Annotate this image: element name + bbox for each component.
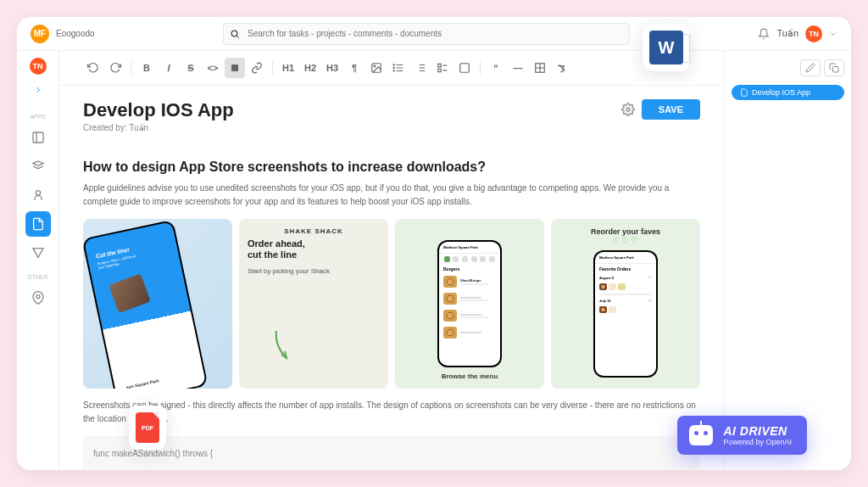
app-window: MF Eoogoodo Tuấn TN TN APPS OTHER: [17, 17, 851, 470]
italic-button[interactable]: I: [159, 58, 179, 78]
shot-brand: SHAKE SHACK: [284, 227, 343, 235]
section-heading: How to design App Store screenshots to i…: [83, 160, 700, 175]
nav-item-reports[interactable]: [25, 240, 51, 266]
word-badge: W: [643, 24, 690, 71]
image-button[interactable]: [366, 58, 387, 78]
search-wrap: [223, 23, 630, 45]
divider-button[interactable]: —: [508, 58, 528, 78]
brand-logo: Eoogoodo: [56, 29, 95, 38]
shot-headline: Order ahead,cut the line: [248, 238, 305, 260]
svg-point-5: [36, 295, 40, 299]
right-panel: Develop IOS App: [724, 51, 851, 470]
code-button[interactable]: <>: [203, 58, 223, 78]
search-input[interactable]: [223, 23, 630, 45]
svg-line-1: [237, 36, 239, 37]
paragraph: Screenshots can be signed - this directl…: [83, 399, 700, 426]
search-icon: [230, 29, 240, 39]
svg-rect-18: [438, 64, 442, 67]
svg-point-26: [626, 108, 630, 111]
ai-subtitle: Powered by OpenAI: [723, 438, 792, 446]
editor-toolbar: B I S <> H1 H2 H3 ¶ “ —: [59, 51, 724, 86]
nav-item-documents[interactable]: [25, 211, 51, 237]
pdf-badge: PDF: [129, 406, 166, 450]
checklist-button[interactable]: [432, 58, 453, 78]
nav-section-apps: APPS: [30, 114, 46, 120]
svg-rect-6: [231, 64, 238, 71]
shot-top-text: Reorder your faves: [591, 227, 660, 236]
left-sidebar: TN APPS OTHER: [17, 51, 59, 470]
redo-button[interactable]: [105, 58, 125, 78]
clear-format-button[interactable]: [552, 58, 572, 78]
user-name: Tuấn: [776, 28, 798, 39]
strikethrough-button[interactable]: S: [181, 58, 201, 78]
app-screenshot-4: Reorder your faves ♡♡♡ Madison Square Pa…: [551, 219, 700, 389]
pdf-icon: PDF: [136, 412, 159, 443]
nav-item-location[interactable]: [25, 285, 51, 311]
ordered-list-button[interactable]: [410, 58, 431, 78]
arrow-icon: [273, 329, 293, 363]
highlight-button[interactable]: [225, 58, 245, 78]
svg-point-14: [393, 70, 394, 71]
bold-button[interactable]: B: [136, 58, 157, 78]
word-icon: W: [649, 31, 683, 64]
document-header: Develop IOS App Created by: Tuấn SAVE: [59, 86, 724, 139]
ai-title: AI DRIVEN: [723, 424, 792, 438]
topbar: MF Eoogoodo Tuấn TN: [17, 17, 851, 51]
h1-button[interactable]: H1: [278, 58, 298, 78]
document-pill[interactable]: Develop IOS App: [732, 85, 844, 100]
document-title[interactable]: Develop IOS App: [83, 99, 234, 121]
nav-item-tasks[interactable]: [25, 125, 51, 150]
user-avatar[interactable]: TN: [805, 25, 822, 42]
code-block[interactable]: func makeASandwich() throws { andwich(): [83, 436, 700, 470]
hearts-icon: ♡♡♡: [612, 236, 640, 245]
table-button[interactable]: [530, 58, 550, 78]
svg-point-4: [36, 191, 40, 195]
nav-item-crm[interactable]: [25, 182, 51, 208]
h2-button[interactable]: H2: [300, 58, 320, 78]
sidebar-user-avatar[interactable]: TN: [30, 58, 47, 75]
svg-point-8: [374, 65, 376, 67]
svg-point-12: [393, 64, 394, 65]
document-meta: Created by: Tuấn: [83, 123, 234, 132]
h3-button[interactable]: H3: [322, 58, 342, 78]
quote-button[interactable]: “: [486, 58, 506, 78]
undo-button[interactable]: [83, 58, 103, 78]
document-pill-label: Develop IOS App: [752, 88, 810, 97]
app-screenshot-1: Cut the line! Burgers, fries — dishes at…: [83, 219, 232, 389]
paragraph-button[interactable]: ¶: [344, 58, 364, 78]
svg-rect-27: [833, 67, 839, 73]
workspace-avatar[interactable]: MF: [31, 25, 49, 43]
screenshot-gallery: Cut the line! Burgers, fries — dishes at…: [83, 219, 700, 389]
expand-icon[interactable]: [33, 85, 43, 95]
save-button[interactable]: SAVE: [642, 99, 700, 120]
nav-section-other: OTHER: [27, 274, 48, 280]
svg-rect-20: [438, 69, 442, 72]
bullet-list-button[interactable]: [388, 58, 409, 78]
edit-button[interactable]: [800, 59, 821, 76]
app-screenshot-3: Madison Square Park Burgers ShackBurger …: [395, 219, 544, 389]
svg-point-0: [231, 31, 237, 36]
copy-button[interactable]: [824, 59, 844, 76]
document-icon: [740, 88, 748, 97]
topbar-right: Tuấn TN: [758, 25, 837, 42]
nav-item-projects[interactable]: [25, 154, 51, 179]
svg-rect-22: [460, 64, 470, 73]
svg-point-13: [393, 67, 394, 68]
ai-driven-badge[interactable]: AI DRIVEN Powered by OpenAI: [677, 416, 807, 455]
bell-icon[interactable]: [758, 28, 770, 40]
robot-icon: [689, 425, 713, 445]
chevron-down-icon[interactable]: [829, 30, 837, 38]
app-screenshot-2: SHAKE SHACK Order ahead,cut the line Sta…: [239, 219, 388, 389]
codeblock-button[interactable]: [454, 58, 475, 78]
gear-icon[interactable]: [621, 103, 635, 116]
svg-rect-2: [33, 132, 43, 143]
shot-label: Browse the menu: [442, 372, 498, 380]
link-button[interactable]: [247, 58, 267, 78]
shot-subtext: Start by picking your Shack: [248, 267, 330, 275]
paragraph: Apple guidelines advise you to use unedi…: [83, 182, 700, 209]
